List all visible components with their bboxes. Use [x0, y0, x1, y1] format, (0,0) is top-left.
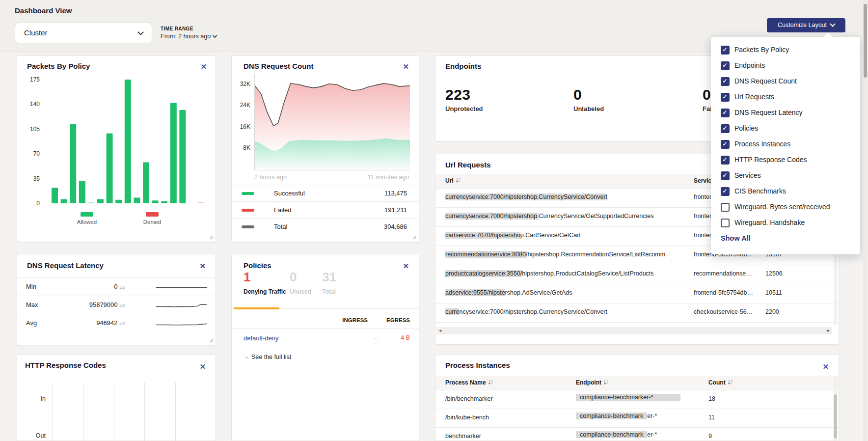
latency-value: 0 µs — [66, 283, 125, 290]
close-icon[interactable]: ✕ — [199, 262, 206, 270]
latency-value: 95879000 µs — [66, 301, 125, 308]
menu-item-policies[interactable]: Policies — [711, 121, 860, 137]
menu-item-cis-benchmarks[interactable]: CIS Benchmarks — [711, 184, 860, 200]
close-icon[interactable]: ✕ — [200, 63, 207, 70]
y-tick: 16K — [234, 123, 250, 130]
legend-label: Denied — [130, 219, 175, 225]
menu-item-process-instances[interactable]: Process Instances — [711, 137, 860, 153]
url-highlight: recommendationservice:8080/ — [445, 251, 527, 258]
menu-item-services[interactable]: Services — [711, 168, 860, 184]
checkbox[interactable] — [721, 203, 730, 212]
table-row[interactable]: /bin/kube-bench compliance-benchmarker-*… — [435, 409, 839, 428]
close-icon[interactable]: ✕ — [822, 363, 829, 370]
menu-item-packets-by-policy[interactable]: Packets By Policy — [711, 43, 860, 58]
service-cell: frontend-5fc5754db… — [694, 289, 759, 296]
table-row[interactable]: currencyservice:7000/hipstershop.Currenc… — [435, 303, 839, 323]
table-row[interactable]: benchmarker compliance-benchmarker-* 9 — [435, 427, 839, 441]
resize-handle-icon[interactable] — [209, 235, 214, 240]
table-row[interactable]: productcatalogservice:3550/hipstershop.P… — [435, 265, 839, 284]
tab-unused-label[interactable]: Unused — [290, 288, 311, 295]
checkbox[interactable] — [721, 156, 730, 165]
table-header: Process Name Endpoint Count — [435, 376, 839, 390]
grid-line — [83, 383, 83, 441]
column-header-process-name[interactable]: Process Name — [445, 379, 493, 386]
view-select[interactable]: Cluster — [15, 23, 152, 43]
tab-total-label[interactable]: Total — [322, 288, 336, 295]
menu-item-dns-request-latency[interactable]: DNS Request Latency — [711, 106, 860, 121]
endpoint-rest: er-* — [647, 431, 657, 438]
url-rest: rshop.AdService/GetAds — [505, 289, 572, 296]
column-label: Count — [708, 379, 726, 386]
checkbox[interactable] — [721, 93, 730, 102]
checkbox[interactable] — [721, 187, 730, 196]
checkbox[interactable] — [721, 140, 730, 149]
column-header-egress: EGRESS — [372, 317, 410, 323]
endpoint-cell: compliance-benchmarker-* — [576, 413, 704, 419]
latency-number: 0 — [114, 283, 117, 290]
url-rest: p.CartService/GetCart — [520, 232, 581, 239]
close-icon[interactable]: ✕ — [403, 262, 409, 270]
card-process-instances: Process Instances ✕ Process Name Endpoin… — [435, 355, 839, 441]
endpoint-chip: compliance-benchmark — [576, 413, 647, 419]
tab-denying-label[interactable]: Denying Traffic — [244, 288, 286, 295]
horizontal-scrollbar[interactable]: ◂ ▸ — [436, 327, 832, 334]
see-full-list-link[interactable]: → See the full list — [244, 354, 291, 360]
column-header-url[interactable]: Url — [445, 177, 461, 184]
scrollbar-thumb[interactable] — [834, 394, 837, 439]
checkbox[interactable] — [721, 124, 730, 133]
column-label: Process Name — [445, 379, 486, 386]
checkbox[interactable] — [721, 61, 730, 70]
policy-name-link[interactable]: default-deny — [244, 334, 279, 342]
column-header-count[interactable]: Count — [708, 379, 733, 386]
legend-value: 113,475 — [384, 190, 407, 197]
stat-label: Unprotected — [445, 105, 483, 112]
url-highlight: cartservice:7070/hipstersho — [445, 232, 520, 239]
card-title: Packets By Policy — [27, 62, 90, 70]
vertical-scrollbar[interactable] — [834, 377, 837, 441]
grid-line — [114, 383, 114, 441]
checkbox[interactable] — [721, 171, 730, 180]
card-title: DNS Request Latency — [27, 261, 104, 270]
menu-item-wireguard-bytes[interactable]: Wireguard. Bytes sent/received — [711, 200, 860, 216]
scroll-right-icon[interactable]: ▸ — [827, 328, 830, 333]
checkbox[interactable] — [721, 46, 730, 55]
menu-item-url-requests[interactable]: Url Requests — [711, 90, 860, 106]
resize-handle-icon[interactable] — [209, 338, 214, 343]
menu-item-endpoints[interactable]: Endpoints — [711, 58, 860, 74]
latency-label: Max — [26, 301, 38, 308]
policy-egress-value: 4 B — [372, 334, 410, 341]
page-scrollbar[interactable] — [863, 0, 868, 441]
latency-row: Avg 946942 µs — [17, 314, 216, 332]
process-name-cell: /bin/benchmarker — [445, 395, 568, 402]
checkbox[interactable] — [721, 77, 730, 86]
close-icon[interactable]: ✕ — [403, 63, 409, 70]
customize-layout-button[interactable]: Customize Layout — [767, 18, 845, 32]
divider — [232, 328, 419, 329]
column-label: Endpoint — [576, 379, 601, 386]
menu-item-http-response-codes[interactable]: HTTP Response Codes — [711, 153, 860, 168]
menu-item-label: Policies — [734, 124, 758, 132]
checkbox[interactable] — [721, 219, 730, 227]
process-name-cell: benchmarker — [445, 433, 568, 440]
customize-layout-label: Customize Layout — [778, 22, 827, 28]
endpoint-chip: compliance-benchmark — [576, 431, 647, 438]
menu-item-wireguard-handshake[interactable]: Wireguard. Handshake — [711, 216, 860, 231]
grid-line — [53, 383, 53, 441]
menu-item-dns-request-count[interactable]: DNS Request Count — [711, 74, 860, 90]
chevron-down-icon — [830, 21, 835, 27]
checkbox[interactable] — [721, 109, 730, 117]
table-row[interactable]: adservice:9555/hipstershop.AdService/Get… — [435, 284, 839, 303]
scrollbar-thumb[interactable] — [864, 4, 867, 78]
time-range-value[interactable]: From: 2 hours ago — [161, 33, 217, 40]
column-header-endpoint[interactable]: Endpoint — [576, 379, 609, 386]
endpoint-rest: er-* — [647, 413, 657, 419]
resize-handle-icon[interactable] — [412, 235, 417, 240]
tab-denying-value: 1 — [244, 270, 250, 285]
scroll-left-icon[interactable]: ◂ — [439, 328, 441, 333]
close-icon[interactable]: ✕ — [199, 363, 206, 370]
show-all-link[interactable]: Show All — [721, 234, 751, 242]
card-policies: Policies ✕ 1 Denying Traffic 0 Unused 31… — [231, 254, 419, 441]
table-row[interactable]: /bin/benchmarker compliance-benchmarker-… — [435, 390, 839, 409]
url-highlight: productcatalogservice:3550/ — [445, 270, 522, 277]
url-cell: cartservice:7070/hipstershop.CartService… — [445, 232, 687, 239]
